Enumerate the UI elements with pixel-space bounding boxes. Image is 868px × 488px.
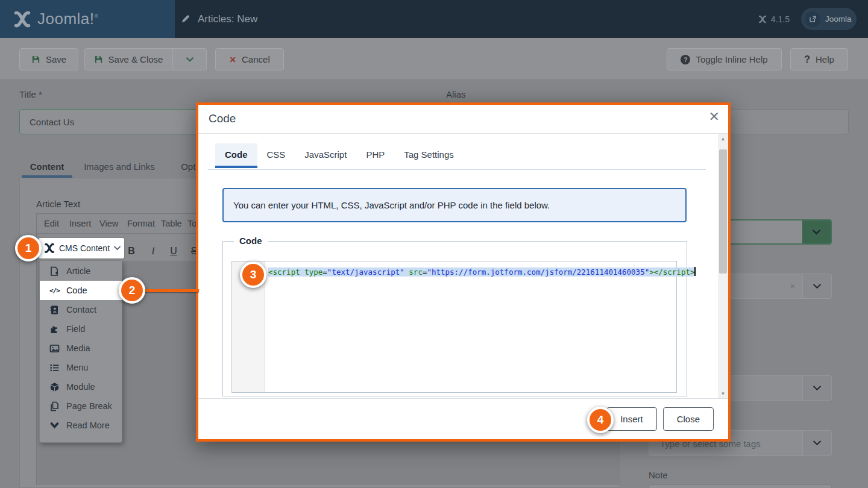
modal-tab-css[interactable]: CSS [257, 143, 295, 168]
joomla-logo-icon [13, 10, 31, 28]
modal-title: Code [209, 112, 236, 125]
note-label: Note [649, 470, 668, 480]
step-badge-3: 3 [240, 261, 266, 288]
scroll-up-arrow-icon[interactable]: ▲ [718, 134, 728, 143]
info-alert: You can enter your HTML, CSS, JavaScript… [222, 188, 687, 222]
title-input-value: Contact Us [30, 117, 74, 127]
chevron-down-icon [186, 57, 193, 62]
site-preview-label: Joomla [825, 14, 852, 23]
menu-item-code[interactable]: </> Code [40, 281, 122, 300]
chevron-down-icon [114, 246, 121, 251]
site-preview-button[interactable]: Joomla [801, 8, 857, 30]
read-more-chevron-icon [49, 421, 60, 431]
save-options-dropdown-toggle[interactable] [172, 48, 207, 70]
save-icon [31, 55, 40, 64]
cms-content-dropdown-button[interactable]: CMS Content [39, 238, 124, 258]
menu-item-media[interactable]: Media [40, 339, 122, 358]
editor-menu-format[interactable]: Format [127, 214, 155, 233]
editor-menu-insert[interactable]: Insert [69, 214, 91, 233]
help-button[interactable]: ? Help [790, 48, 848, 70]
menu-list-icon [49, 363, 60, 373]
page-title: Articles: New [181, 0, 257, 38]
modal-footer: Insert Close [198, 398, 728, 439]
code-line[interactable]: <script type="text/javascript" src="http… [268, 267, 696, 277]
puzzle-icon [49, 324, 60, 334]
joomla-version-icon [758, 15, 767, 23]
cms-content-menu: Article </> Code Contact Field Media Men… [39, 261, 122, 443]
save-button[interactable]: Save [19, 48, 78, 70]
clear-selection-icon[interactable]: × [790, 281, 795, 291]
modal-header: Code ✕ [198, 105, 728, 134]
app-screen: Joomla!® Articles: New 4.1.5 Joomla Save… [0, 0, 868, 488]
code-fieldset: Code <script type="text/javascript" src=… [222, 241, 687, 396]
menu-item-menu[interactable]: Menu [40, 358, 122, 377]
modal-tab-code[interactable]: Code [215, 143, 257, 168]
menu-item-module[interactable]: Module [40, 377, 122, 396]
chevron-down-icon [813, 386, 821, 391]
italic-button[interactable]: I [145, 242, 161, 261]
top-header-bar: Joomla!® Articles: New 4.1.5 Joomla [0, 0, 868, 38]
tab-row-divider [208, 169, 706, 170]
step-2-connector-line [145, 289, 199, 292]
cancel-x-icon: ✕ [229, 55, 236, 64]
question-circle-icon: ? [681, 55, 690, 64]
pencil-icon [181, 14, 191, 24]
chevron-down-icon [813, 230, 820, 235]
note-input[interactable] [649, 484, 832, 488]
close-button[interactable]: Close [663, 407, 714, 431]
code-modal: Code ✕ Code CSS JavaScript PHP Tag Setti… [196, 102, 731, 442]
version-indicator: 4.1.5 [758, 0, 790, 38]
menu-item-contact[interactable]: Contact [40, 300, 122, 319]
menu-item-field[interactable]: Field [40, 319, 122, 339]
modal-tabs: Code CSS JavaScript PHP Tag Settings [215, 143, 464, 168]
editor-menu-edit[interactable]: Edit [44, 214, 59, 233]
contact-icon [49, 305, 60, 315]
modal-close-icon[interactable]: ✕ [709, 110, 720, 124]
question-icon: ? [804, 54, 810, 65]
chevron-down-icon [813, 284, 821, 289]
article-icon [49, 266, 60, 277]
modal-scrollbar[interactable]: ▲ ▼ [718, 134, 728, 398]
text-cursor [694, 267, 696, 276]
code-fieldset-legend: Code [234, 236, 268, 246]
menu-item-read-more[interactable]: Read More [40, 416, 122, 435]
insert-button[interactable]: Insert [606, 407, 657, 431]
scroll-down-arrow-icon[interactable]: ▼ [718, 389, 728, 398]
page-break-icon [49, 401, 60, 411]
modal-tab-php[interactable]: PHP [356, 143, 394, 168]
alias-field-label: Alias [446, 89, 466, 99]
step-badge-2: 2 [119, 277, 145, 304]
modal-body: Code CSS JavaScript PHP Tag Settings You… [198, 134, 728, 398]
tab-content[interactable]: Content [22, 155, 72, 178]
step-badge-1: 1 [15, 235, 42, 261]
chevron-down-icon [813, 440, 821, 446]
underline-button[interactable]: U [166, 242, 181, 261]
trademark-symbol: ® [95, 13, 99, 19]
save-icon [94, 55, 103, 64]
code-icon: </> [49, 287, 60, 295]
editor-menu-table[interactable]: Table [161, 214, 182, 233]
menu-item-article[interactable]: Article [40, 261, 122, 281]
joomla-icon [44, 243, 55, 254]
code-editor[interactable]: <script type="text/javascript" src="http… [231, 261, 677, 393]
title-field-label: Title * [19, 89, 42, 99]
scrollbar-thumb[interactable] [719, 149, 727, 274]
joomla-logo-area[interactable]: Joomla!® [0, 0, 175, 38]
step-badge-4: 4 [587, 407, 614, 433]
external-link-icon [809, 15, 817, 23]
tab-images-and-links[interactable]: Images and Links [72, 155, 166, 178]
modal-tab-tag-settings[interactable]: Tag Settings [394, 143, 464, 168]
menu-item-page-break[interactable]: Page Break [40, 396, 122, 416]
modal-tab-javascript[interactable]: JavaScript [295, 143, 356, 168]
cancel-button[interactable]: ✕ Cancel [215, 48, 284, 70]
module-cube-icon [49, 382, 60, 392]
joomla-logotype: Joomla!® [37, 10, 99, 28]
toggle-inline-help-button[interactable]: ? Toggle Inline Help [667, 48, 782, 70]
bold-button[interactable]: B [124, 242, 139, 261]
editor-menu-view[interactable]: View [99, 214, 118, 233]
media-image-icon [49, 343, 60, 354]
article-text-label: Article Text [36, 199, 80, 209]
